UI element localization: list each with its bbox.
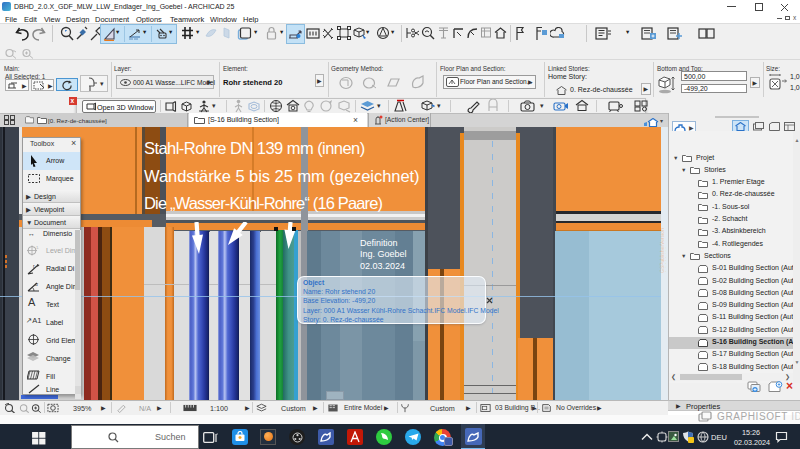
svg-text:α: α	[35, 281, 38, 287]
svg-text:1.0: 1.0	[36, 245, 39, 250]
